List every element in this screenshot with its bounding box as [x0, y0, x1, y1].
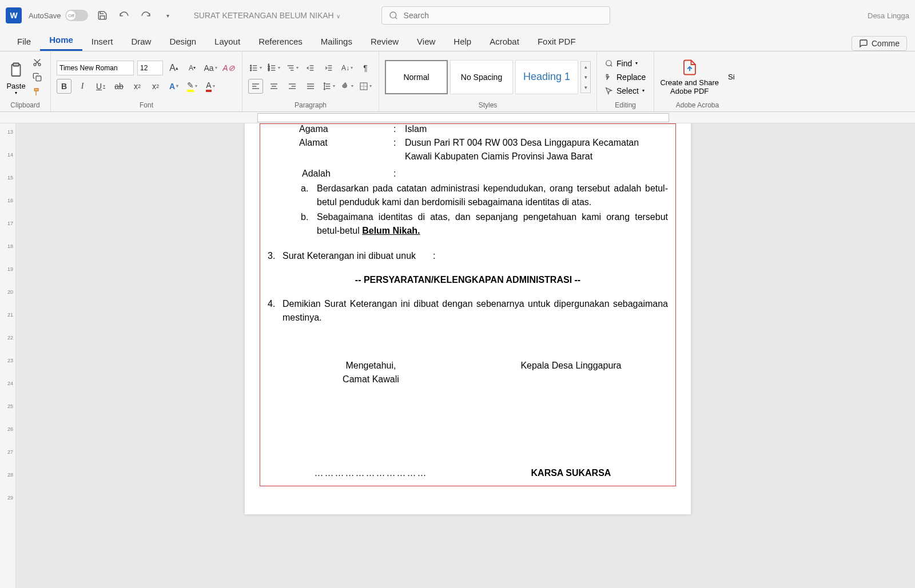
tab-acrobat[interactable]: Acrobat — [480, 32, 528, 51]
line-spacing-icon[interactable] — [321, 79, 336, 94]
tab-help[interactable]: Help — [444, 32, 480, 51]
group-styles: Normal No Spacing Heading 1 ▴▾▾ Styles — [379, 51, 597, 111]
font-size-select[interactable] — [137, 61, 163, 75]
cut-icon[interactable] — [30, 55, 45, 69]
doc-heading: -- PERSYARATAN/KELENGKAPAN ADMINISTRASI … — [268, 273, 668, 287]
show-marks-icon[interactable]: ¶ — [358, 61, 373, 75]
undo-icon[interactable] — [117, 8, 132, 23]
user-name[interactable]: Desa Lingga — [868, 11, 909, 20]
underline-button[interactable]: U — [93, 79, 108, 94]
select-button[interactable]: Select ▾ — [603, 85, 648, 97]
tab-view[interactable]: View — [408, 32, 444, 51]
superscript-button[interactable]: x2 — [148, 79, 163, 94]
search-input[interactable] — [404, 11, 603, 20]
tab-design[interactable]: Design — [160, 32, 205, 51]
style-no-spacing[interactable]: No Spacing — [450, 60, 513, 94]
toggle-knob: Off — [66, 11, 75, 20]
svg-rect-8 — [36, 76, 41, 81]
tab-file[interactable]: File — [8, 32, 40, 51]
italic-button[interactable]: I — [75, 79, 90, 94]
list-a-mark: a. — [301, 182, 317, 209]
style-heading1[interactable]: Heading 1 — [515, 60, 578, 94]
group-editing: Find ▾ Replace Select ▾ Editing — [597, 51, 654, 111]
adobe-extra-button[interactable]: Si — [728, 73, 735, 81]
font-name-select[interactable] — [57, 61, 134, 75]
horizontal-ruler[interactable] — [0, 112, 915, 123]
save-icon[interactable] — [95, 8, 110, 23]
replace-button[interactable]: Replace — [603, 71, 648, 83]
gallery-up-icon[interactable]: ▴ — [581, 62, 590, 72]
shrink-font-icon[interactable]: A▾ — [185, 61, 200, 75]
find-button[interactable]: Find ▾ — [603, 58, 648, 69]
tab-draw[interactable]: Draw — [122, 32, 160, 51]
styles-gallery-more[interactable]: ▴▾▾ — [580, 61, 591, 93]
bullets-icon[interactable] — [248, 61, 263, 75]
tab-review[interactable]: Review — [361, 32, 408, 51]
tab-references[interactable]: References — [249, 32, 312, 51]
decrease-indent-icon[interactable] — [303, 61, 318, 75]
document-title[interactable]: SURAT KETERANGAN BELUM NIKAH ∨ — [193, 11, 340, 20]
search-icon — [389, 11, 398, 20]
autosave-toggle[interactable]: AutoSave Off — [29, 10, 88, 21]
sig-right: Kepala Desa Linggapura KARSA SUKARSA — [520, 359, 621, 480]
comment-icon — [859, 39, 868, 48]
style-normal[interactable]: Normal — [385, 60, 448, 94]
word-app-icon: W — [6, 7, 22, 23]
strike-button[interactable]: ab — [112, 79, 126, 94]
clear-format-icon[interactable]: A⊘ — [221, 61, 236, 75]
font-color-icon[interactable]: A — [203, 79, 218, 94]
group-font: A▴ A▾ Aa A⊘ B I U ab x2 x2 A ✎ A Font — [51, 51, 242, 111]
borders-icon[interactable] — [358, 79, 373, 94]
alamat-value: Dusun Pari RT 004 RW 003 Desa Linggapura… — [405, 136, 668, 163]
vertical-ruler[interactable]: 13 14 15 16 17 18 19 20 21 22 23 24 25 2… — [0, 123, 16, 588]
agama-value: Islam — [405, 123, 668, 136]
find-icon — [605, 59, 613, 67]
subscript-button[interactable]: x2 — [130, 79, 145, 94]
bold-button[interactable]: B — [57, 79, 71, 94]
gallery-expand-icon[interactable]: ▾ — [581, 82, 590, 93]
create-share-pdf-button[interactable]: Create and ShareAdobe PDF — [660, 59, 719, 95]
format-painter-icon[interactable] — [30, 85, 45, 99]
sig-dots: …………………………… — [314, 466, 427, 480]
align-left-icon[interactable] — [248, 79, 263, 94]
increase-indent-icon[interactable] — [321, 61, 336, 75]
numbering-icon[interactable]: 123 — [266, 61, 281, 75]
document-page[interactable]: Agama : Islam Alamat : Dusun Pari RT 004… — [245, 123, 691, 514]
qat-more-icon[interactable]: ▾ — [160, 8, 175, 23]
multilevel-icon[interactable] — [285, 61, 300, 75]
tab-home[interactable]: Home — [40, 30, 82, 51]
change-case-icon[interactable]: Aa — [203, 61, 218, 75]
title-bar: W AutoSave Off ▾ SURAT KETERANGAN BELUM … — [0, 0, 915, 31]
sig-left: Mengetahui, Camat Kawali …………………………… — [314, 359, 427, 480]
copy-icon[interactable] — [30, 70, 45, 84]
gallery-down-icon[interactable]: ▾ — [581, 72, 590, 82]
grow-font-icon[interactable]: A▴ — [166, 61, 181, 75]
svg-point-0 — [390, 12, 396, 18]
justify-icon[interactable] — [303, 79, 318, 94]
paste-button[interactable]: Paste ▾ — [6, 59, 26, 95]
align-center-icon[interactable] — [266, 79, 281, 94]
list-b-mark: b. — [301, 210, 317, 238]
tab-layout[interactable]: Layout — [205, 32, 249, 51]
tab-mailings[interactable]: Mailings — [312, 32, 361, 51]
toggle-track[interactable]: Off — [65, 10, 88, 21]
sort-icon[interactable]: A↓ — [340, 61, 355, 75]
document-scroll[interactable]: Agama : Islam Alamat : Dusun Pari RT 004… — [16, 123, 915, 588]
group-label-styles: Styles — [385, 100, 591, 110]
ribbon-tabs: File Home Insert Draw Design Layout Refe… — [0, 31, 915, 51]
group-label-editing: Editing — [603, 100, 648, 110]
text-effects-icon[interactable]: A — [166, 79, 181, 94]
align-right-icon[interactable] — [285, 79, 300, 94]
comments-button[interactable]: Comme — [852, 36, 907, 51]
num3-mark: 3. — [268, 249, 283, 263]
group-label-adobe: Adobe Acroba — [660, 100, 734, 110]
list-b-body: Sebagaimana identitas di atas, dan sepan… — [317, 210, 668, 238]
svg-rect-3 — [13, 63, 19, 66]
tab-insert[interactable]: Insert — [82, 32, 122, 51]
tab-foxit[interactable]: Foxit PDF — [528, 32, 585, 51]
redo-icon[interactable] — [138, 8, 153, 23]
search-box[interactable] — [381, 6, 610, 25]
highlight-icon[interactable]: ✎ — [185, 79, 200, 94]
shading-icon[interactable] — [340, 79, 355, 94]
num4-mark: 4. — [268, 297, 283, 325]
